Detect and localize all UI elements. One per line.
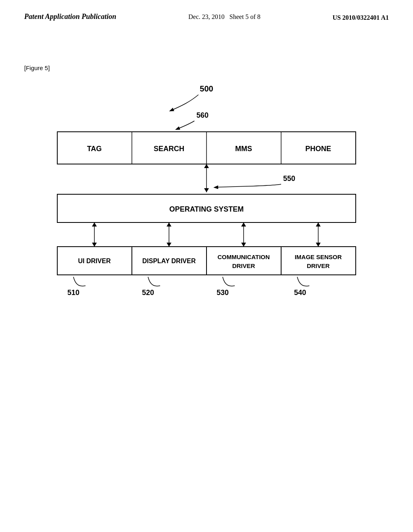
comm-driver-label2: DRIVER [232, 262, 255, 269]
label-560: 560 [196, 111, 209, 119]
ui-driver-label: UI DRIVER [78, 258, 111, 264]
img-sensor-driver-box [281, 247, 356, 275]
label-500: 500 [200, 84, 213, 93]
label-540: 540 [294, 289, 306, 297]
curve-520 [148, 277, 160, 286]
arrow-500 [170, 95, 198, 111]
label-510: 510 [67, 289, 79, 297]
curve-510 [73, 277, 86, 286]
arrow-ui-up [92, 222, 97, 227]
os-label: OPERATING SYSTEM [169, 205, 244, 213]
phone-label: PHONE [305, 145, 331, 153]
curve-530 [223, 277, 235, 286]
label-530: 530 [217, 289, 229, 297]
arrow-display-down [167, 243, 171, 247]
tag-label: TAG [87, 145, 102, 153]
display-driver-label: DISPLAY DRIVER [142, 258, 196, 264]
down-arrowhead [204, 188, 209, 192]
arrow-comm-up [241, 222, 246, 227]
comm-driver-label1: COMMUNICATION [217, 254, 270, 260]
arrow-img-up [316, 222, 321, 227]
up-arrowhead [204, 164, 209, 168]
patent-diagram: 500 560 TAG SEARCH MMS PHONE 550 OPERATI… [33, 79, 380, 321]
img-sensor-label1: IMAGE SENSOR [295, 254, 342, 260]
sheet-info: Sheet 5 of 8 [229, 13, 261, 20]
mms-label: MMS [235, 145, 252, 153]
comm-driver-box [206, 247, 281, 275]
arrow-560 [176, 121, 194, 129]
arrow-ui-down [92, 243, 97, 247]
publication-title: Patent Application Publication [24, 12, 116, 21]
arrow-550 [215, 184, 281, 187]
curve-540 [297, 277, 309, 286]
figure-label: [Figure 5] [24, 64, 389, 71]
diagram-area: [Figure 5] 500 560 TAG SEARCH MMS PHONE … [24, 64, 389, 492]
label-520: 520 [142, 289, 154, 297]
search-label: SEARCH [154, 145, 184, 153]
patent-number: US 2010/0322401 A1 [332, 14, 389, 21]
arrow-comm-down [241, 243, 246, 247]
date-sheet: Dec. 23, 2010 Sheet 5 of 8 [188, 12, 261, 21]
arrow-img-down [316, 243, 321, 247]
publication-date: Dec. 23, 2010 [188, 13, 225, 20]
label-550: 550 [283, 175, 295, 183]
img-sensor-label2: DRIVER [307, 262, 330, 269]
page-header: Patent Application Publication Dec. 23, … [0, 0, 413, 25]
arrow-display-up [167, 222, 171, 227]
